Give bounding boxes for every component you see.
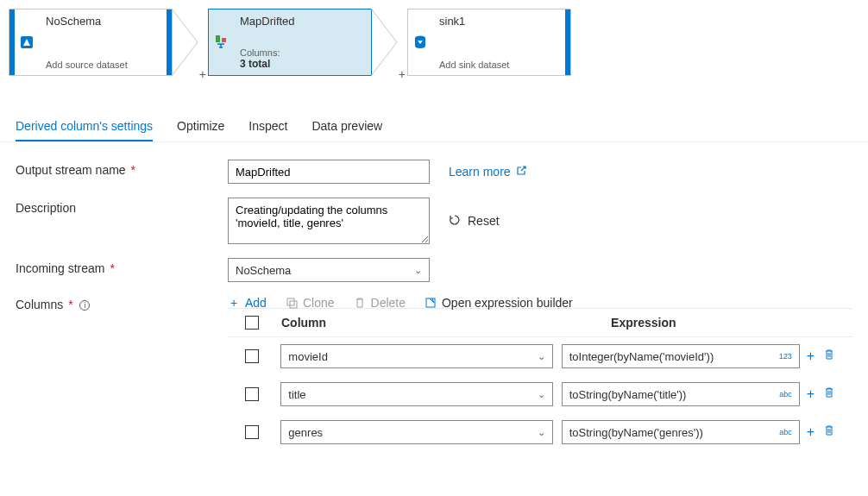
open-expression-builder-button[interactable]: Open expression builder bbox=[425, 296, 573, 310]
add-step-button[interactable]: + bbox=[399, 67, 406, 81]
columns-table: Column Expression movieId⌄ toInteger(byN… bbox=[228, 308, 852, 451]
tab-settings[interactable]: Derived column's settings bbox=[16, 110, 153, 141]
delete-row-button[interactable] bbox=[823, 348, 835, 364]
node-title: sink1 bbox=[439, 15, 558, 28]
column-name-input[interactable]: movieId⌄ bbox=[280, 344, 552, 368]
pipeline-connector: + bbox=[371, 9, 402, 76]
column-header-name: Column bbox=[281, 316, 326, 330]
node-sub-label: Columns: bbox=[240, 47, 364, 58]
svg-rect-4 bbox=[287, 298, 294, 305]
delete-row-button[interactable] bbox=[823, 424, 835, 440]
settings-form: Output stream name * Learn more Descript… bbox=[0, 142, 868, 468]
node-subtitle: Add source dataset bbox=[46, 60, 160, 70]
table-row: genres⌄ toString(byName('genres'))abc + bbox=[228, 413, 852, 451]
expression-builder-icon bbox=[425, 297, 437, 309]
column-header-expression: Expression bbox=[611, 316, 676, 330]
source-icon bbox=[15, 9, 39, 75]
svg-rect-2 bbox=[222, 38, 226, 42]
select-all-checkbox[interactable] bbox=[245, 316, 259, 330]
output-stream-label: Output stream name * bbox=[16, 160, 228, 177]
node-sub-value: 3 total bbox=[240, 58, 364, 70]
chevron-down-icon: ⌄ bbox=[538, 389, 545, 400]
row-checkbox[interactable] bbox=[245, 349, 259, 363]
table-header: Column Expression bbox=[228, 308, 852, 337]
reset-button[interactable]: Reset bbox=[449, 214, 500, 229]
columns-label: Columns * i bbox=[16, 294, 228, 311]
incoming-stream-label: Incoming stream * bbox=[16, 258, 228, 275]
column-name-input[interactable]: title⌄ bbox=[280, 382, 552, 406]
clone-column-button[interactable]: Clone bbox=[286, 296, 335, 310]
expression-input[interactable]: toString(byName('genres'))abc bbox=[562, 420, 800, 444]
add-row-button[interactable]: + bbox=[807, 348, 815, 364]
chevron-down-icon: ⌄ bbox=[414, 265, 422, 276]
derived-column-icon bbox=[209, 9, 233, 75]
tab-inspect[interactable]: Inspect bbox=[248, 110, 287, 141]
settings-tabs: Derived column's settings Optimize Inspe… bbox=[0, 110, 868, 142]
type-badge: abc bbox=[779, 390, 792, 399]
external-link-icon bbox=[516, 165, 526, 179]
add-row-button[interactable]: + bbox=[807, 386, 815, 402]
reset-icon bbox=[449, 214, 461, 229]
node-title: NoSchema bbox=[46, 15, 160, 28]
pipeline-node-derived[interactable]: MapDrifted Columns: 3 total bbox=[208, 9, 372, 76]
add-column-button[interactable]: + Add bbox=[228, 296, 267, 310]
output-stream-input[interactable] bbox=[228, 160, 430, 184]
table-row: title⌄ toString(byName('title'))abc + bbox=[228, 375, 852, 413]
node-accent-bar bbox=[565, 9, 570, 75]
pipeline-connector: + bbox=[172, 9, 203, 76]
delete-column-button[interactable]: Delete bbox=[354, 296, 406, 310]
pipeline-canvas: NoSchema Add source dataset + MapDrifted… bbox=[0, 0, 868, 85]
table-row: movieId⌄ toInteger(byName('movieId'))123… bbox=[228, 337, 852, 375]
expression-input[interactable]: toInteger(byName('movieId'))123 bbox=[562, 344, 800, 368]
plus-icon: + bbox=[228, 297, 240, 309]
delete-row-button[interactable] bbox=[823, 386, 835, 402]
clone-icon bbox=[286, 297, 298, 309]
delete-icon bbox=[354, 297, 366, 309]
add-step-button[interactable]: + bbox=[199, 67, 206, 81]
row-checkbox[interactable] bbox=[245, 425, 259, 439]
column-name-input[interactable]: genres⌄ bbox=[280, 420, 552, 444]
pipeline-node-sink[interactable]: sink1 Add sink dataset bbox=[407, 9, 571, 76]
incoming-stream-select[interactable]: NoSchema ⌄ bbox=[228, 258, 430, 282]
info-icon[interactable]: i bbox=[79, 300, 90, 311]
type-badge: abc bbox=[779, 428, 792, 436]
type-badge: 123 bbox=[779, 352, 792, 361]
expression-input[interactable]: toString(byName('title'))abc bbox=[562, 382, 800, 406]
tab-preview[interactable]: Data preview bbox=[311, 110, 382, 141]
node-subtitle: Add sink dataset bbox=[439, 60, 558, 70]
node-title: MapDrifted bbox=[240, 15, 364, 28]
tab-optimize[interactable]: Optimize bbox=[177, 110, 224, 141]
sink-icon bbox=[408, 9, 432, 75]
row-checkbox[interactable] bbox=[245, 387, 259, 401]
description-label: Description bbox=[16, 198, 228, 215]
add-row-button[interactable]: + bbox=[807, 424, 815, 440]
pipeline-node-source[interactable]: NoSchema Add source dataset bbox=[9, 9, 173, 76]
chevron-down-icon: ⌄ bbox=[538, 351, 545, 362]
learn-more-link[interactable]: Learn more bbox=[449, 165, 526, 179]
svg-rect-1 bbox=[216, 35, 220, 42]
description-textarea[interactable]: Creating/updating the columns 'movieId, … bbox=[228, 198, 430, 244]
svg-rect-5 bbox=[290, 301, 297, 308]
chevron-down-icon: ⌄ bbox=[538, 427, 545, 438]
